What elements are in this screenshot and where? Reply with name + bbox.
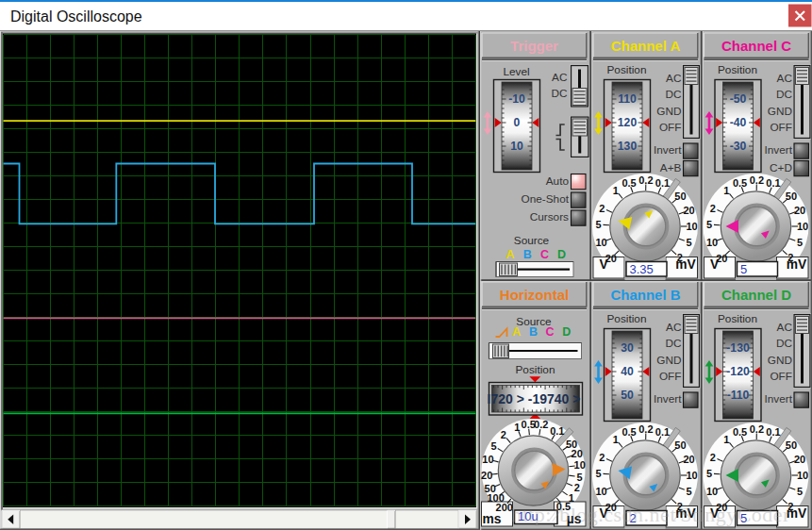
svg-text:5: 5 <box>686 237 691 248</box>
svg-text:2: 2 <box>501 429 506 440</box>
svg-text:Trigger: Trigger <box>510 38 558 54</box>
svg-text:40: 40 <box>621 365 634 378</box>
svg-text:Invert: Invert <box>654 392 682 406</box>
svg-text:D: D <box>557 248 566 261</box>
svg-text:20: 20 <box>683 205 694 216</box>
svg-text:5: 5 <box>797 486 803 497</box>
svg-text:50: 50 <box>786 190 797 202</box>
svg-text:AC: AC <box>666 72 682 85</box>
svg-text:-10: -10 <box>508 92 525 106</box>
svg-text:10: 10 <box>706 237 718 248</box>
svg-text:V: V <box>710 257 720 272</box>
svg-text:20: 20 <box>572 448 583 459</box>
svg-text:A: A <box>512 325 521 339</box>
svg-text:Auto: Auto <box>546 174 570 188</box>
svg-text:Position: Position <box>607 63 647 76</box>
svg-text:Position: Position <box>516 363 555 376</box>
svg-text:2: 2 <box>599 203 605 214</box>
svg-text:0.2: 0.2 <box>750 174 764 186</box>
svg-text:50: 50 <box>485 483 496 494</box>
svg-text:DC: DC <box>776 88 793 101</box>
svg-text:AC: AC <box>777 72 793 85</box>
svg-text:50: 50 <box>674 190 686 202</box>
svg-text:OFF: OFF <box>770 121 792 134</box>
svg-text:2: 2 <box>574 482 580 493</box>
svg-text:Channel D: Channel D <box>721 287 791 303</box>
svg-text:0.2: 0.2 <box>638 174 653 186</box>
svg-text:AC: AC <box>666 321 682 334</box>
svg-text:1: 1 <box>514 422 520 433</box>
svg-text:0.1: 0.1 <box>550 425 564 437</box>
svg-text:B: B <box>529 325 538 339</box>
svg-text:A+B: A+B <box>660 161 682 174</box>
svg-text:Horizontal: Horizontal <box>500 287 569 303</box>
svg-text:2: 2 <box>599 452 605 463</box>
svg-text:10: 10 <box>595 237 606 248</box>
svg-text:-40: -40 <box>730 116 747 129</box>
svg-text:50: 50 <box>674 439 686 451</box>
svg-text:10: 10 <box>510 140 523 153</box>
svg-text:10: 10 <box>686 221 697 232</box>
svg-text:0.5: 0.5 <box>621 426 636 438</box>
svg-text:10: 10 <box>482 454 493 465</box>
svg-text:Invert: Invert <box>764 392 792 406</box>
svg-text:2: 2 <box>710 203 716 214</box>
svg-text:0.5: 0.5 <box>621 177 636 189</box>
svg-text:30: 30 <box>621 341 634 355</box>
svg-text:A: A <box>505 248 514 261</box>
svg-text:0.2: 0.2 <box>534 419 548 430</box>
svg-text:10: 10 <box>574 459 586 471</box>
svg-text:110: 110 <box>618 92 637 106</box>
svg-text:Position: Position <box>718 63 757 76</box>
svg-text:-130: -130 <box>726 341 750 355</box>
svg-text:1: 1 <box>613 434 619 445</box>
svg-text:DC: DC <box>665 337 682 350</box>
svg-text:C: C <box>546 325 555 339</box>
svg-text:0.5: 0.5 <box>733 426 747 438</box>
svg-text:V: V <box>599 257 608 272</box>
svg-text:10: 10 <box>797 221 808 232</box>
svg-text:OFF: OFF <box>770 370 792 383</box>
svg-text:20: 20 <box>794 205 805 216</box>
svg-text:1: 1 <box>613 185 619 196</box>
svg-text:20: 20 <box>481 470 492 481</box>
svg-text:mV: mV <box>787 257 807 272</box>
svg-text:20: 20 <box>683 454 694 465</box>
svg-text:5: 5 <box>595 468 601 479</box>
svg-text:-120: -120 <box>726 365 750 378</box>
svg-text:Source: Source <box>514 234 550 247</box>
svg-text:Digital Oscilloscope: Digital Oscilloscope <box>10 8 142 25</box>
svg-text:Channel A: Channel A <box>611 38 681 54</box>
svg-text:ms: ms <box>483 512 502 526</box>
svg-text:OFF: OFF <box>659 370 682 383</box>
svg-text:DC: DC <box>665 88 682 101</box>
svg-text:GND: GND <box>768 105 792 118</box>
svg-text:Channel C: Channel C <box>721 38 791 54</box>
svg-text:130: 130 <box>618 140 638 153</box>
svg-text:DC: DC <box>776 337 793 350</box>
svg-text:-50: -50 <box>730 92 747 106</box>
svg-text:DC: DC <box>551 87 568 100</box>
svg-text:3.35: 3.35 <box>630 262 654 276</box>
svg-text:Level: Level <box>503 65 529 78</box>
svg-text:-30: -30 <box>730 140 747 153</box>
svg-text:50: 50 <box>786 439 797 451</box>
svg-text:Cursors: Cursors <box>530 210 569 224</box>
svg-text:2: 2 <box>710 452 716 463</box>
svg-text:5: 5 <box>686 486 691 497</box>
svg-text:0.2: 0.2 <box>750 423 764 435</box>
svg-text:120: 120 <box>618 116 638 129</box>
svg-text:1: 1 <box>723 434 729 445</box>
svg-text:Position: Position <box>607 312 647 325</box>
svg-text:0.1: 0.1 <box>655 177 670 189</box>
svg-text:http:⁄⁄blog.csdn.net⁄StingyCod: http:⁄⁄blog.csdn.net⁄StingyCoder <box>511 503 790 526</box>
svg-text:B: B <box>523 248 532 261</box>
svg-text:One-Shot: One-Shot <box>522 192 570 206</box>
svg-text:0.5: 0.5 <box>733 177 747 189</box>
svg-text:10: 10 <box>686 470 697 481</box>
svg-text:GND: GND <box>656 105 681 118</box>
svg-text:5: 5 <box>740 262 747 276</box>
svg-text:AC: AC <box>777 321 793 334</box>
svg-text:GND: GND <box>656 354 681 367</box>
svg-text:10: 10 <box>797 470 808 481</box>
